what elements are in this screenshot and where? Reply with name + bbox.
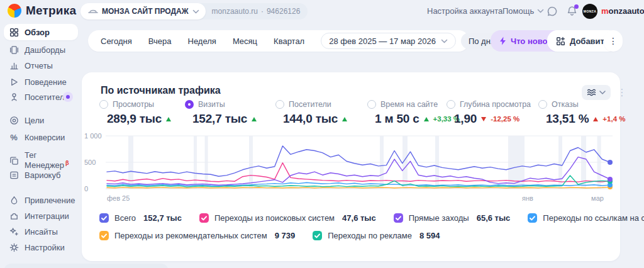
metric-label: Время на сайте: [380, 100, 438, 109]
sidebar-item-acquisition[interactable]: Привлечение: [4, 192, 78, 208]
checkbox-checked-icon[interactable]: [528, 213, 537, 223]
chat-icon[interactable]: [547, 6, 558, 20]
sidebar-item-insights[interactable]: Инсайты: [4, 223, 78, 240]
user-name[interactable]: monzaauto: [601, 6, 644, 16]
sidebar-item-integrations[interactable]: Интеграции: [4, 208, 78, 224]
sidebar-item-label: Вариокуб: [25, 170, 61, 180]
legend-item-total[interactable]: Всего 152,7 тыс: [99, 213, 182, 223]
account-settings-link[interactable]: Настройка аккаунта: [427, 6, 502, 16]
legend-item-recommendations[interactable]: Переходы из рекомендательных систем 9 73…: [99, 231, 295, 240]
bar-chart-icon: [9, 60, 19, 70]
checkbox-checked-icon[interactable]: [99, 213, 109, 223]
counter-favicon-car-icon: [88, 9, 98, 14]
checkbox-checked-icon[interactable]: [99, 231, 109, 240]
line-chart: 1 000 500 0 фев 25 янв мар: [82, 135, 620, 205]
date-range-dropdown[interactable]: 28 фев 2025 — 17 мар 2026: [321, 33, 456, 49]
chart-legend-row-1: Всего 152,7 тыс Переходы из поисковых си…: [99, 213, 644, 223]
period-month-button[interactable]: Месяц: [233, 36, 257, 46]
period-week-button[interactable]: Неделя: [188, 36, 216, 46]
chart-legend-row-2: Переходы из рекомендательных систем 9 73…: [99, 231, 440, 240]
radio-icon[interactable]: [447, 100, 455, 109]
metric-value: 13,51 %: [546, 112, 589, 126]
trend-down-icon: [481, 117, 486, 121]
legend-item-search[interactable]: Переходы из поисковых систем 47,6 тыс: [199, 213, 376, 223]
legend-value: 47,6 тыс: [342, 213, 376, 223]
sidebar-item-dashboards[interactable]: Дашборды: [4, 42, 78, 58]
trend-up-icon: [166, 117, 171, 121]
card-title: По источникам трафика: [101, 85, 221, 96]
metric-tab-bounces[interactable]: Отказы 13,51 %+1,4 %: [538, 100, 625, 126]
puzzle-icon: [9, 211, 19, 221]
metric-tab-pageviews[interactable]: Просмотры 289,9 тыс: [99, 100, 171, 126]
notifications-bell-icon[interactable]: [567, 6, 577, 20]
legend-label: Прямые заходы: [409, 213, 469, 223]
period-quarter-button[interactable]: Квартал: [274, 36, 304, 46]
legend-value: 8 594: [419, 231, 440, 240]
legend-item-ads[interactable]: Переходы по рекламе 8 594: [313, 231, 440, 240]
radio-icon[interactable]: [99, 100, 108, 109]
radio-icon[interactable]: [275, 100, 284, 109]
lightning-icon: [499, 36, 506, 45]
radio-icon[interactable]: [538, 100, 547, 109]
sidebar-item-label: Привлечение: [25, 196, 75, 205]
period-yesterday-button[interactable]: Вчера: [148, 36, 172, 46]
x-axis-tick: янв: [518, 194, 537, 202]
user-avatar[interactable]: MONZA: [582, 4, 597, 19]
square-lines-icon: [9, 170, 19, 180]
sidebar-item-visitors[interactable]: Посетители: [4, 89, 78, 105]
sidebar-item-label: Конверсии: [25, 133, 65, 142]
sidebar-item-reports[interactable]: Отчеты: [4, 57, 78, 74]
card-kebab-menu[interactable]: ⋮: [617, 85, 627, 100]
trend-up-icon: [424, 117, 429, 121]
period-today-button[interactable]: Сегодня: [101, 36, 132, 46]
chart-type-dropdown[interactable]: [582, 85, 611, 100]
sidebar-item-goals[interactable]: Цели: [4, 112, 78, 128]
metrika-logo[interactable]: Метрика: [8, 4, 76, 18]
target-icon: [9, 115, 19, 125]
sidebar-item-conversions[interactable]: % Тег Менеджер Конверсии: [4, 129, 78, 145]
metric-label: Просмотры: [113, 100, 154, 109]
help-dropdown[interactable]: Помощь: [502, 6, 544, 16]
legend-value: 152,7 тыс: [143, 213, 182, 223]
topbar: Метрика МОНЗА САЙТ ПРОДАЖ monzaauto.ru ·…: [0, 0, 644, 23]
sidebar-item-variocube[interactable]: Вариокуб: [4, 167, 78, 183]
chevron-down-icon: [441, 39, 448, 43]
checkbox-checked-icon[interactable]: [199, 213, 209, 223]
user-name-first: m: [601, 6, 609, 16]
checkbox-checked-icon[interactable]: [394, 213, 403, 223]
metric-value: 152,7 тыс: [192, 112, 247, 126]
checkbox-checked-icon[interactable]: [313, 231, 322, 240]
visitors-badge-dot: [63, 92, 73, 102]
beta-badge: β: [65, 160, 69, 166]
grid-icon: [9, 27, 19, 37]
copy-squares-icon: [9, 155, 19, 165]
chevron-down-icon: [192, 9, 199, 14]
x-axis-tick: фев 25: [107, 194, 130, 202]
metric-label: Визиты: [198, 100, 225, 109]
counter-name-dropdown[interactable]: МОНЗА САЙТ ПРОДАЖ: [80, 3, 206, 20]
metric-tab-visits[interactable]: Визиты 152,7 тыс: [185, 100, 257, 126]
x-axis-tick: мар: [587, 194, 608, 202]
notification-dot: [574, 4, 579, 9]
sidebar-item-overview[interactable]: Обзор: [4, 24, 78, 40]
metric-delta: +1,4 %: [602, 115, 625, 123]
sidebar-item-behavior[interactable]: Поведение: [4, 74, 78, 90]
y-axis-tick: 0: [84, 185, 104, 193]
sidebar-item-settings[interactable]: Настройки: [4, 239, 78, 255]
trend-up-icon: [342, 117, 347, 121]
radio-selected-icon[interactable]: [185, 100, 194, 109]
date-range-value: 28 фев 2025 — 17 мар 2026: [329, 36, 436, 46]
chart-plot[interactable]: [106, 135, 614, 193]
help-label: Помощь: [502, 6, 534, 16]
metric-tab-users[interactable]: Посетители 144,0 тыс: [275, 100, 347, 126]
toolbar-kebab-menu[interactable]: ⋮: [604, 30, 623, 52]
metrika-logo-text: Метрика: [26, 4, 76, 18]
legend-label: Переходы из поисковых систем: [214, 213, 335, 223]
metric-tab-depth[interactable]: Глубина просмотра 1,90-12,25 %: [447, 100, 531, 126]
legend-item-site-links[interactable]: Переходы по ссылкам на сайтах 12,4 тыс: [528, 213, 644, 223]
legend-item-direct[interactable]: Прямые заходы 65,6 тыс: [394, 213, 511, 223]
toolbar: Сегодня Вчера Неделя Месяц Квартал 28 фе…: [88, 30, 469, 52]
y-axis-tick: 1 000: [84, 132, 104, 140]
play-icon: [9, 77, 19, 87]
radio-icon[interactable]: [367, 100, 376, 109]
